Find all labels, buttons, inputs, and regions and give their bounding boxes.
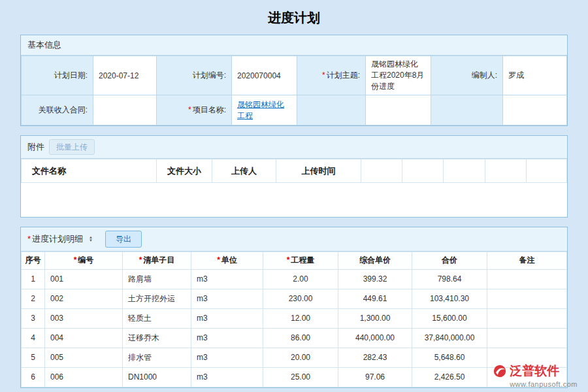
cell-unit: m3 xyxy=(191,269,263,289)
attach-col-filename: 文件名称 xyxy=(22,159,157,183)
basic-info-section: 基本信息 计划日期: 2020-07-12 计划编号: 2020070004 *… xyxy=(20,35,568,126)
cell-unit-price: 440,000.00 xyxy=(338,328,412,348)
attach-col-empty xyxy=(444,159,485,183)
col-seq: 序号 xyxy=(22,252,45,269)
cell-item: 路肩墙 xyxy=(123,269,191,289)
required-marker: * xyxy=(322,71,325,80)
plan-subject-value: 晟铭园林绿化工程2020年8月份进度 xyxy=(366,56,431,95)
cell-unit: m3 xyxy=(191,328,263,348)
cell-seq: 5 xyxy=(22,348,45,367)
cell-seq: 2 xyxy=(22,289,45,308)
cell-unit: m3 xyxy=(191,348,263,367)
project-name-link[interactable]: 晟铭园林绿化工程 xyxy=(237,100,284,120)
cell-unit: m3 xyxy=(191,289,263,308)
cell-total: 2,426.50 xyxy=(412,367,487,387)
cell-seq: 4 xyxy=(22,328,45,348)
cell-unit: m3 xyxy=(191,308,263,328)
table-row: 6 006 DN1000 m3 25.00 97.06 2,426.50 xyxy=(22,367,567,387)
attachments-header: 附件 批量上传 xyxy=(21,136,567,159)
creator-value: 罗成 xyxy=(503,56,567,95)
cell-unit-price: 282.43 xyxy=(338,348,412,367)
cell-code: 006 xyxy=(45,367,123,387)
col-item: *清单子目 xyxy=(123,252,191,269)
cell-unit: m3 xyxy=(191,367,263,387)
cell-unit-price: 399.32 xyxy=(338,269,412,289)
cell-total: 798.64 xyxy=(412,269,487,289)
sort-icon[interactable]: ▲ ▼ xyxy=(89,236,93,242)
watermark-url: www.fanpusoft.com xyxy=(493,380,578,388)
cell-code: 001 xyxy=(45,269,123,289)
required-marker: * xyxy=(287,255,290,265)
plan-number-value: 2020070004 xyxy=(232,56,297,95)
cell-code: 005 xyxy=(45,348,123,367)
cell-remark xyxy=(487,269,567,289)
plan-date-value: 2020-07-12 xyxy=(93,56,157,95)
basic-info-title: 基本信息 xyxy=(27,39,61,51)
required-marker: * xyxy=(139,255,142,265)
col-quantity: *工程量 xyxy=(263,252,338,269)
col-unit-price: 综合单价 xyxy=(338,252,412,269)
table-row: 4 004 迁移乔木 m3 86.00 440,000.00 37,840,00… xyxy=(22,328,567,348)
fanpu-logo-icon xyxy=(493,364,507,378)
cell-quantity: 12.00 xyxy=(263,308,338,328)
required-marker: * xyxy=(188,105,191,114)
cell-unit-price: 449.61 xyxy=(338,289,412,308)
cell-code: 003 xyxy=(45,308,123,328)
attachments-title: 附件 xyxy=(27,141,44,153)
project-name-value: 晟铭园林绿化工程 xyxy=(232,95,297,125)
cell-unit-price: 1,300.00 xyxy=(338,308,412,328)
cell-quantity: 20.00 xyxy=(263,348,338,367)
related-income-contract-label: 关联收入合同: xyxy=(22,95,93,125)
export-button[interactable]: 导出 xyxy=(105,231,142,248)
details-title-wrap: *进度计划明细 xyxy=(27,233,83,245)
col-unit: *单位 xyxy=(191,252,263,269)
cell-total: 103,410.30 xyxy=(412,289,487,308)
watermark-brand: 泛普软件 xyxy=(510,363,559,380)
cell-item: DN1000 xyxy=(123,367,191,387)
attach-col-uploadtime: 上传时间 xyxy=(276,159,361,183)
attach-col-empty xyxy=(361,159,402,183)
project-name-label: *项目名称: xyxy=(157,95,232,125)
required-marker: * xyxy=(74,255,77,265)
basic-info-table: 计划日期: 2020-07-12 计划编号: 2020070004 *计划主题:… xyxy=(21,56,567,125)
empty-label-cell xyxy=(297,95,366,125)
cell-seq: 3 xyxy=(22,308,45,328)
cell-code: 002 xyxy=(45,289,123,308)
required-marker: * xyxy=(27,234,31,244)
attach-col-empty xyxy=(402,159,444,183)
details-title: 进度计划明细 xyxy=(32,234,83,244)
attach-col-empty xyxy=(485,159,527,183)
details-section: *进度计划明细 ▲ ▼ 导出 序号 *编号 *清单子目 *单位 *工程量 综合单… xyxy=(20,227,568,388)
cell-seq: 1 xyxy=(22,269,45,289)
cell-remark xyxy=(487,308,567,328)
table-row: 2 002 土方开挖外运 m3 230.00 449.61 103,410.30 xyxy=(22,289,567,308)
cell-item: 轻质土 xyxy=(123,308,191,328)
cell-quantity: 2.00 xyxy=(263,269,338,289)
table-row: 1 001 路肩墙 m3 2.00 399.32 798.64 xyxy=(22,269,567,289)
details-header: *进度计划明细 ▲ ▼ 导出 xyxy=(21,227,567,252)
cell-remark xyxy=(487,328,567,348)
empty-value-cell xyxy=(503,95,567,125)
cell-code: 004 xyxy=(45,328,123,348)
sort-down-arrow: ▼ xyxy=(89,239,93,242)
col-remark: 备注 xyxy=(487,252,567,269)
cell-item: 迁移乔木 xyxy=(123,328,191,348)
cell-item: 排水管 xyxy=(123,348,191,367)
related-income-contract-value xyxy=(93,95,157,125)
col-total: 合价 xyxy=(412,252,487,269)
cell-remark xyxy=(487,289,567,308)
attach-col-empty xyxy=(527,159,567,183)
plan-subject-label: *计划主题: xyxy=(297,56,366,95)
empty-value-cell xyxy=(366,95,431,125)
table-row: 3 003 轻质土 m3 12.00 1,300.00 15,600.00 xyxy=(22,308,567,328)
cell-total: 37,840,000.00 xyxy=(412,328,487,348)
batch-upload-button[interactable]: 批量上传 xyxy=(49,139,95,155)
cell-quantity: 86.00 xyxy=(263,328,338,348)
required-marker: * xyxy=(217,255,220,265)
table-row: 5 005 排水管 m3 20.00 282.43 5,648.60 xyxy=(22,348,567,367)
basic-info-header: 基本信息 xyxy=(21,35,567,56)
empty-label-cell xyxy=(431,95,503,125)
watermark-top: 泛普软件 xyxy=(493,363,578,380)
cell-total: 15,600.00 xyxy=(412,308,487,328)
attachments-table: 文件名称 文件大小 上传人 上传时间 xyxy=(21,159,567,217)
